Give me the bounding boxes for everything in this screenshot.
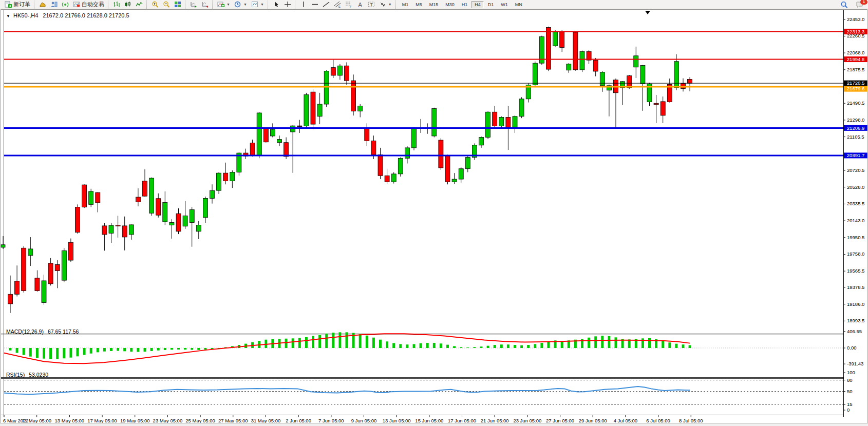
search-icon[interactable]	[838, 1, 850, 8]
lines-group: E F A T ▼	[295, 0, 395, 9]
svg-text:20143.0: 20143.0	[847, 218, 864, 223]
zoom-in-icon[interactable]	[149, 1, 161, 8]
price-badge-label: 21720.5	[847, 80, 864, 86]
chat-badge: 1	[860, 0, 867, 5]
svg-text:F: F	[350, 5, 352, 8]
equidistant-channel-icon[interactable]: E	[332, 1, 343, 8]
svg-text:21490.5: 21490.5	[847, 100, 864, 106]
svg-text:15: 15	[847, 401, 853, 407]
arrows-button[interactable]: ▼	[377, 0, 394, 9]
trendline-icon[interactable]	[320, 1, 332, 8]
price-badge-label: 20891.7	[847, 152, 864, 158]
svg-text:E: E	[338, 5, 341, 8]
timeframe-m5[interactable]: M5	[412, 1, 425, 8]
templates-button[interactable]: ▼	[249, 0, 266, 9]
svg-text:21298.0: 21298.0	[847, 117, 864, 123]
candlestick-chart-icon[interactable]	[122, 1, 134, 8]
main-toolbar: 新订单 自动交易	[0, 0, 868, 9]
chart-window[interactable]: 22453.022260.522068.021875.521490.521298…	[0, 9, 868, 423]
cursor-icon[interactable]	[271, 1, 282, 8]
svg-text:21105.5: 21105.5	[847, 134, 864, 140]
svg-text:0.00: 0.00	[847, 345, 857, 351]
charttype-group	[108, 0, 146, 9]
autotrading-button[interactable]: 自动交易	[71, 0, 106, 9]
new-order-icon	[5, 1, 12, 8]
svg-text:22068.0: 22068.0	[847, 50, 864, 55]
bottom-strip	[0, 423, 868, 426]
svg-text:80: 80	[847, 377, 853, 383]
label-icon[interactable]: T	[366, 1, 377, 8]
svg-text:19950.5: 19950.5	[847, 235, 864, 240]
timeframe-m1[interactable]: M1	[399, 1, 412, 8]
tile-windows-icon[interactable]	[172, 1, 183, 8]
svg-text:20335.5: 20335.5	[847, 201, 864, 206]
bar-chart-icon[interactable]	[111, 1, 122, 8]
timeframe-h1[interactable]: H1	[459, 1, 471, 8]
timeframe-mn[interactable]: MN	[512, 1, 525, 8]
timeframe-d1[interactable]: D1	[485, 1, 497, 8]
autotrading-icon	[73, 1, 80, 8]
svg-text:20528.0: 20528.0	[847, 184, 864, 190]
text-icon[interactable]: A	[354, 1, 366, 8]
template-icon	[251, 1, 258, 8]
objects-group: ▼ ▼ ▼	[212, 0, 268, 9]
new-order-button[interactable]: 新订单	[3, 0, 32, 9]
clock-icon	[234, 1, 241, 8]
svg-text:19186.0: 19186.0	[847, 301, 864, 307]
zoom-out-icon[interactable]	[161, 1, 172, 8]
svg-text:21875.5: 21875.5	[847, 67, 864, 72]
service-group: 自动交易	[34, 0, 108, 9]
mt4-window: 新订单 自动交易	[0, 0, 868, 426]
price-badge-label: 22313.3	[847, 29, 864, 34]
dropdown-arrow-icon: ▼	[243, 3, 247, 6]
svg-text:T: T	[370, 2, 373, 7]
indicators-button[interactable]: ▼	[215, 0, 232, 9]
crosshair-icon[interactable]	[282, 1, 293, 8]
cursor-group	[268, 0, 295, 9]
timeframe-w1[interactable]: W1	[498, 1, 511, 8]
svg-text:A: A	[358, 2, 362, 8]
timeframe-group: M1M5M15M30H1H4D1W1MN	[395, 0, 527, 9]
dropdown-arrow-icon: ▼	[260, 3, 264, 6]
scroll-group	[185, 0, 212, 9]
svg-text:0: 0	[847, 407, 850, 413]
fibonacci-icon[interactable]: F	[343, 1, 354, 8]
indicators-icon	[217, 1, 224, 8]
timeframe-h4[interactable]: H4	[471, 1, 484, 8]
dropdown-arrow-icon: ▼	[227, 3, 230, 6]
price-badge-label: 21679.6	[847, 86, 864, 91]
svg-text:22453.0: 22453.0	[847, 16, 864, 22]
svg-text:19565.5: 19565.5	[847, 268, 864, 274]
signals-icon[interactable]	[60, 1, 71, 8]
auto-scroll-icon[interactable]	[188, 1, 199, 8]
periods-button[interactable]: ▼	[232, 0, 249, 9]
chat-icon[interactable]: 1	[854, 1, 865, 8]
svg-text:18993.5: 18993.5	[847, 318, 864, 323]
svg-text:-391.43: -391.43	[847, 361, 863, 366]
svg-text:50: 50	[847, 389, 853, 394]
svg-text:20720.5: 20720.5	[847, 167, 864, 173]
market-icon[interactable]	[37, 1, 48, 8]
timeframe-m30[interactable]: M30	[442, 1, 458, 8]
dropdown-arrow-icon: ▼	[388, 3, 392, 6]
arrows-icon	[379, 1, 386, 8]
chart-shift-icon[interactable]	[199, 1, 211, 8]
vertical-line-icon[interactable]	[298, 1, 309, 8]
zoom-group	[146, 0, 185, 9]
right-tools: 1	[838, 0, 865, 9]
svg-text:19758.0: 19758.0	[847, 251, 864, 257]
order-group: 新订单	[0, 0, 34, 9]
candlestick-chart[interactable]: 22453.022260.522068.021875.521490.521298…	[0, 9, 868, 426]
price-badge-label: 21994.8	[847, 56, 864, 62]
svg-text:100: 100	[847, 370, 855, 375]
horizontal-line-icon[interactable]	[309, 1, 320, 8]
svg-text:406.55: 406.55	[847, 328, 862, 334]
new-order-label: 新订单	[13, 1, 30, 8]
timeframe-m15[interactable]: M15	[426, 1, 442, 8]
line-chart-icon[interactable]	[134, 1, 145, 8]
svg-text:19378.5: 19378.5	[847, 284, 864, 290]
profile-icon[interactable]	[48, 1, 60, 8]
price-badge-label: 21206.9	[847, 125, 864, 131]
autotrading-label: 自动交易	[82, 1, 104, 8]
